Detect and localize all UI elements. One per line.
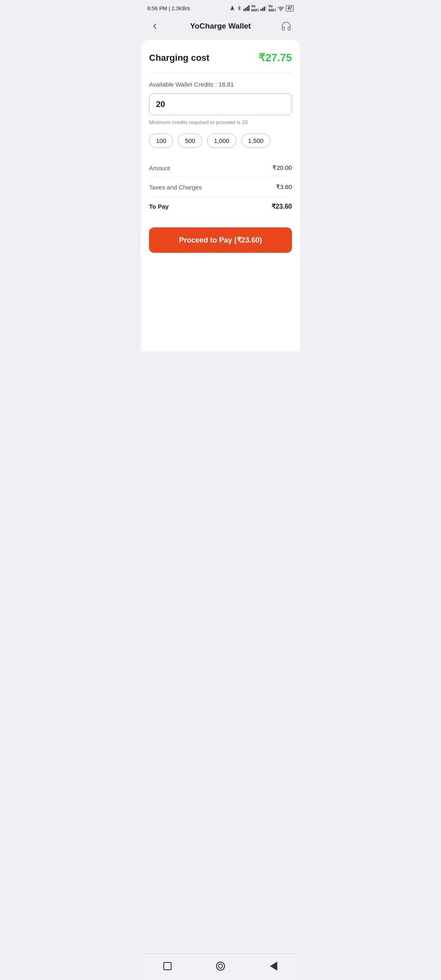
signal-icon-2 <box>261 5 267 11</box>
taxes-value: ₹3.60 <box>276 183 292 191</box>
quick-amount-500[interactable]: 500 <box>178 134 202 148</box>
charging-cost-label: Charging cost <box>149 53 209 63</box>
summary-row-topay: To Pay ₹23.60 <box>149 197 292 216</box>
amount-input-wrapper[interactable] <box>149 94 292 115</box>
wallet-credits-text: Available Wallet Credits : 18.81 <box>149 74 292 94</box>
quick-amount-1500[interactable]: 1,500 <box>241 134 271 148</box>
vo-wifi-label-2: VoWiFi <box>268 4 276 12</box>
quick-amount-1000[interactable]: 1,000 <box>207 134 236 148</box>
summary-row-taxes: Taxes and Charges ₹3.60 <box>149 178 292 197</box>
quick-amounts-row: 100 500 1,000 1,500 <box>149 134 292 148</box>
summary-section: Amount ₹20.00 Taxes and Charges ₹3.60 To… <box>149 158 292 216</box>
quick-amount-100[interactable]: 100 <box>149 134 173 148</box>
navigation-icon <box>229 5 235 11</box>
bluetooth-icon <box>237 5 242 11</box>
vo-wifi-label: VoWiFi <box>251 4 259 12</box>
status-icons: VoWiFi VoWiFi 47 <box>229 4 294 12</box>
amount-label: Amount <box>149 165 170 172</box>
signal-icon <box>243 5 249 11</box>
topay-label: To Pay <box>149 203 169 210</box>
battery-icon: 47 <box>286 5 294 11</box>
back-arrow-icon <box>151 22 159 30</box>
charging-cost-row: Charging cost ₹27.75 <box>149 51 292 74</box>
summary-row-amount: Amount ₹20.00 <box>149 158 292 178</box>
headset-icon <box>281 21 292 31</box>
status-bar: 6:56 PM | 2.3KB/s VoWiFi VoWiFi <box>141 0 300 15</box>
status-time-speed: 6:56 PM | 2.3KB/s <box>147 5 190 11</box>
min-credits-note: Minimum credits required to proceed is 2… <box>149 119 292 125</box>
charging-cost-value: ₹27.75 <box>258 51 292 64</box>
header: YoCharge Wallet <box>141 15 300 40</box>
wifi-icon <box>278 6 284 11</box>
page-title: YoCharge Wallet <box>190 22 251 31</box>
main-card: Charging cost ₹27.75 Available Wallet Cr… <box>141 40 300 351</box>
back-button[interactable] <box>147 19 162 33</box>
support-button[interactable] <box>279 19 294 33</box>
topay-value: ₹23.60 <box>272 203 292 210</box>
taxes-label: Taxes and Charges <box>149 184 202 191</box>
amount-input[interactable] <box>156 100 285 109</box>
proceed-to-pay-button[interactable]: Proceed to Pay (₹23.60) <box>149 227 292 253</box>
amount-value: ₹20.00 <box>272 164 292 172</box>
